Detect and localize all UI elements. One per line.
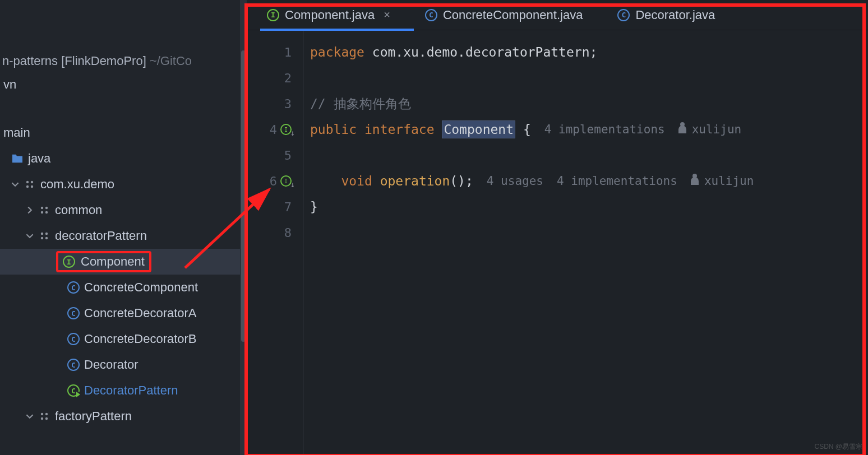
svg-point-8 bbox=[41, 233, 43, 235]
tree-label: common bbox=[55, 203, 102, 217]
chevron-down-icon bbox=[26, 412, 34, 420]
chevron-down-icon bbox=[11, 180, 19, 188]
sidebar-scrollbar[interactable] bbox=[240, 0, 247, 455]
inlay-hint[interactable]: 4 implementations bbox=[544, 123, 665, 136]
chevron-down-icon bbox=[26, 232, 34, 240]
tree-file-concrete-component[interactable]: C ConcreteComponent bbox=[0, 275, 247, 300]
person-icon bbox=[678, 126, 686, 133]
implementations-gutter-icon[interactable]: I bbox=[280, 175, 292, 187]
class-icon: C bbox=[67, 281, 80, 294]
svg-point-4 bbox=[41, 207, 43, 209]
project-sidebar: n-patterns [FlinkDemoPro] ~/GitCo vn mai… bbox=[0, 0, 247, 455]
svg-point-9 bbox=[45, 233, 48, 235]
keyword: interface bbox=[364, 122, 442, 137]
tree-java[interactable]: java bbox=[0, 146, 247, 171]
person-icon bbox=[691, 177, 699, 185]
line-number: 4I bbox=[247, 117, 303, 142]
tree-common[interactable]: common bbox=[0, 197, 247, 223]
keyword: public bbox=[310, 122, 364, 137]
interface-name: Component bbox=[442, 120, 515, 138]
watermark: CSDN @易雪寒 bbox=[814, 442, 862, 452]
line-number: 6I bbox=[247, 168, 303, 194]
keyword: void bbox=[341, 174, 380, 188]
tree-main[interactable]: main bbox=[0, 120, 247, 146]
text: ; bbox=[590, 45, 598, 59]
inlay-hint[interactable]: 4 implementations bbox=[557, 174, 677, 188]
class-icon: C bbox=[617, 9, 630, 21]
tree-decorator-pkg[interactable]: decoratorPattern bbox=[0, 223, 247, 249]
tree-label: vn bbox=[3, 77, 16, 92]
project-path: ~/GitCo bbox=[150, 54, 192, 68]
svg-point-14 bbox=[41, 417, 43, 420]
tab-component[interactable]: I Component.java × bbox=[264, 0, 394, 30]
text: } bbox=[310, 199, 318, 214]
inlay-hint[interactable]: 4 usages bbox=[487, 174, 543, 188]
line-number: 1 bbox=[247, 39, 303, 65]
class-icon: C bbox=[67, 359, 80, 371]
svg-point-13 bbox=[45, 413, 48, 415]
package-icon bbox=[38, 411, 50, 422]
package-icon bbox=[38, 205, 50, 216]
identifier: com.xu.demo.decoratorPattern bbox=[372, 45, 590, 59]
interface-icon: I bbox=[63, 256, 75, 268]
tree-label: decoratorPattern bbox=[55, 229, 147, 243]
editor-area: I Component.java × C ConcreteComponent.j… bbox=[247, 0, 868, 455]
tree-label: ConcreteComponent bbox=[84, 280, 198, 295]
tree-label: main bbox=[3, 126, 30, 140]
tree-file-concrete-decorator-b[interactable]: C ConcreteDecoratorB bbox=[0, 326, 247, 352]
tab-bar: I Component.java × C ConcreteComponent.j… bbox=[247, 0, 868, 30]
keyword: package bbox=[310, 45, 372, 59]
tree-colon[interactable] bbox=[0, 97, 247, 120]
tree-label: DecoratorPattern bbox=[84, 383, 178, 398]
tree-vn[interactable]: vn bbox=[0, 72, 247, 97]
line-number: 8 bbox=[247, 220, 303, 245]
gutter: 1 2 3 4I 5 6I 7 8 bbox=[247, 30, 303, 455]
tree-factory-pkg[interactable]: factoryPattern bbox=[0, 403, 247, 429]
tree-file-concrete-decorator-a[interactable]: C ConcreteDecoratorA bbox=[0, 300, 247, 326]
line-number: 2 bbox=[247, 65, 303, 91]
tab-concrete-component[interactable]: C ConcreteComponent.java bbox=[422, 0, 586, 30]
svg-point-7 bbox=[45, 211, 48, 213]
implementations-gutter-icon[interactable]: I bbox=[280, 124, 292, 135]
svg-point-6 bbox=[41, 211, 43, 213]
tree-label: ConcreteDecoratorB bbox=[84, 332, 197, 346]
svg-point-3 bbox=[31, 185, 33, 188]
tree-file-decorator-pattern[interactable]: C DecoratorPattern bbox=[0, 378, 247, 403]
project-name: n-patterns bbox=[2, 54, 58, 68]
package-icon bbox=[38, 230, 50, 242]
svg-point-1 bbox=[31, 181, 33, 183]
line-number: 7 bbox=[247, 194, 303, 220]
svg-point-11 bbox=[45, 237, 48, 239]
tree-label: java bbox=[28, 151, 50, 166]
class-icon: C bbox=[67, 307, 80, 319]
project-bracket: [FlinkDemoPro] bbox=[61, 54, 146, 68]
package-icon bbox=[24, 179, 36, 190]
inlay-author[interactable]: xulijun bbox=[678, 123, 742, 136]
close-icon[interactable]: × bbox=[384, 8, 390, 21]
inlay-author[interactable]: xulijun bbox=[691, 174, 754, 188]
svg-point-10 bbox=[41, 237, 43, 239]
svg-point-5 bbox=[45, 207, 48, 209]
interface-icon: I bbox=[267, 9, 279, 21]
text: (); bbox=[450, 174, 473, 188]
runnable-class-icon: C bbox=[67, 384, 80, 397]
tree-file-decorator[interactable]: C Decorator bbox=[0, 352, 247, 378]
code-content[interactable]: package com.xu.demo.decoratorPattern; //… bbox=[303, 30, 868, 455]
svg-point-15 bbox=[45, 417, 48, 420]
method-name: operation bbox=[380, 174, 450, 188]
tree-label: ConcreteDecoratorA bbox=[84, 306, 197, 321]
tree-file-component[interactable]: I Component bbox=[0, 249, 247, 275]
project-title: n-patterns [FlinkDemoPro] ~/GitCo bbox=[0, 50, 247, 72]
line-number: 5 bbox=[247, 142, 303, 168]
tree-label: Decorator bbox=[84, 357, 138, 372]
tree-pkg-root[interactable]: com.xu.demo bbox=[0, 171, 247, 197]
code-area[interactable]: 1 2 3 4I 5 6I 7 8 package com.xu.demo.de… bbox=[247, 30, 868, 455]
svg-point-12 bbox=[41, 413, 43, 415]
chevron-right-icon bbox=[26, 206, 34, 214]
tab-label: Decorator.java bbox=[635, 8, 715, 22]
tree-label: com.xu.demo bbox=[40, 177, 114, 192]
class-icon: C bbox=[67, 333, 80, 345]
tab-decorator[interactable]: C Decorator.java bbox=[614, 0, 718, 30]
tab-label: ConcreteComponent.java bbox=[443, 8, 583, 22]
tab-label: Component.java bbox=[285, 8, 375, 22]
